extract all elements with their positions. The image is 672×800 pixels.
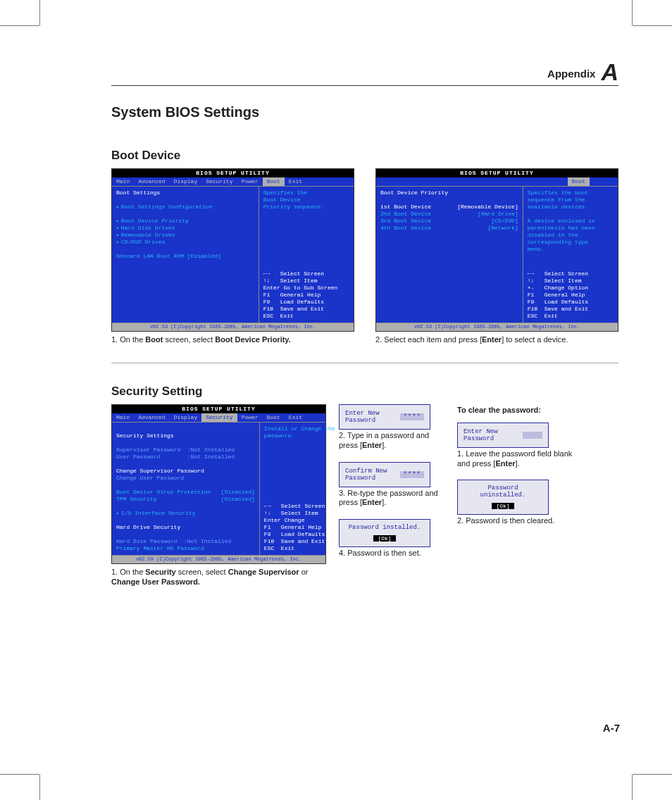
boot-item[interactable]: Hard Disk Drives xyxy=(116,225,254,232)
page-title: System BIOS Settings xyxy=(111,104,618,120)
step-caption: 2. Type in a password and press [Enter]. xyxy=(339,431,444,451)
menu-boot[interactable]: Boot xyxy=(263,177,285,186)
boot-order-row[interactable]: 4th Boot Device[Network] xyxy=(380,225,518,232)
panel-title: Boot Settings xyxy=(116,189,254,196)
menu-power[interactable]: Power xyxy=(237,177,263,186)
boot-caption-2: 2. Select each item and press [Enter] to… xyxy=(375,335,618,344)
appendix-letter: A xyxy=(601,60,618,84)
menu-main[interactable]: Main xyxy=(112,177,134,186)
boot-item[interactable]: Boot Device Priority xyxy=(116,218,254,225)
security-panel-body: Security Settings Supervisor Password :N… xyxy=(112,423,260,555)
password-field-empty[interactable] xyxy=(523,432,542,439)
page-number: A-7 xyxy=(603,722,620,734)
bios-title: BIOS SETUP UTILITY xyxy=(376,169,618,177)
menu-security[interactable]: Security xyxy=(201,413,237,422)
step-caption: 2. Password is then cleared. xyxy=(457,516,577,526)
bios-security-screen: BIOS SETUP UTILITY Main Advanced Display… xyxy=(111,404,326,564)
help-text: Specifies the Boot Device Priority seque… xyxy=(263,189,349,211)
boot-heading: Boot Device xyxy=(111,149,618,163)
enter-password-dialog: Enter New Password **** xyxy=(339,404,430,430)
boot-lan-rom[interactable]: Onboard LAN Boot ROM [Disabled] xyxy=(116,253,254,260)
panel-title: Boot Device Priority xyxy=(380,189,518,196)
bios-copyright: v02.59 (C)Copyright 1985-2005, American … xyxy=(112,556,325,563)
menu-boot[interactable]: Boot xyxy=(263,413,285,422)
menu-exit[interactable]: Exit xyxy=(285,177,306,186)
boot-order-row[interactable]: 2nd Boot Device[Hard Drive] xyxy=(380,211,518,218)
help-text: Specifies the boot sequence from the ava… xyxy=(528,189,614,253)
help-text: Install or Change the password. xyxy=(264,425,335,439)
dialog-label: Password uninstalled. xyxy=(463,485,542,499)
menu-display[interactable]: Display xyxy=(170,177,202,186)
password-field[interactable]: **** xyxy=(400,413,424,420)
bios-boot-screen-1: BIOS SETUP UTILITY Main Advanced Display… xyxy=(111,168,354,332)
key-hints: ←→ Select Screen ↑↓ Select Item Enter Ch… xyxy=(264,503,335,552)
step-caption: 4. Password is then set. xyxy=(339,549,444,558)
bios-copyright: v02.59 (C)Copyright 1985-2005, American … xyxy=(376,323,618,331)
step-caption: 1. Leave the password field blank and pr… xyxy=(457,449,577,469)
menu-advanced[interactable]: Advanced xyxy=(134,413,169,422)
boot-item[interactable]: CD/DVD Drives xyxy=(116,239,254,246)
menu-main[interactable]: Main xyxy=(112,413,134,422)
password-installed-dialog: Password installed. [Ok] xyxy=(339,519,430,547)
boot-order-row[interactable]: 1st Boot Device[Removable Device] xyxy=(380,204,518,211)
password-field[interactable]: **** xyxy=(400,471,424,478)
boot-caption-1: 1. On the Boot screen, select Boot Devic… xyxy=(111,335,354,344)
bios-menubar: Main Advanced Display Security Power Boo… xyxy=(112,177,354,186)
menu-advanced[interactable]: Advanced xyxy=(134,177,169,186)
bios-menubar: Boot xyxy=(376,177,618,186)
confirm-password-dialog: Confirm New Password **** xyxy=(339,462,430,487)
appendix-header: Appendix A xyxy=(111,60,618,86)
boot-item[interactable]: Boot Settings Configuration xyxy=(116,204,254,211)
clear-password-heading: To clear the password: xyxy=(457,406,541,414)
menu-power[interactable]: Power xyxy=(237,413,263,422)
password-uninstalled-dialog: Password uninstalled. [Ok] xyxy=(457,480,549,515)
dialog-label: Password installed. xyxy=(345,524,424,531)
menu-exit[interactable]: Exit xyxy=(285,413,306,422)
bios-title: BIOS SETUP UTILITY xyxy=(112,169,354,177)
appendix-label: Appendix xyxy=(547,68,595,84)
key-hints: ←→ Select Screen ↑↓ Select Item Enter Go… xyxy=(263,270,349,320)
bios-menubar: Main Advanced Display Security Power Boo… xyxy=(112,413,325,422)
bios-copyright: v02.59 (C)Copyright 1985-2005, American … xyxy=(112,323,354,331)
section-divider xyxy=(111,363,618,363)
bios-boot-screen-2: BIOS SETUP UTILITY Boot Boot Device Prio… xyxy=(375,168,618,332)
bios-title: BIOS SETUP UTILITY xyxy=(112,405,325,413)
change-supervisor-password[interactable]: Change Supervisor Password xyxy=(116,468,204,474)
dialog-label: Enter New Password xyxy=(463,428,523,442)
menu-security[interactable]: Security xyxy=(201,177,237,186)
key-hints: ←→ Select Screen ↑↓ Select Item +- Chang… xyxy=(528,270,614,320)
boot-item[interactable]: Removable Drives xyxy=(116,232,254,239)
security-caption-1: 1. On the Security screen, select Change… xyxy=(111,567,326,587)
boot-order-row[interactable]: 3rd Boot Device[CD/DVD] xyxy=(380,218,518,225)
dialog-label: Enter New Password xyxy=(345,410,400,424)
dialog-label: Confirm New Password xyxy=(345,468,400,482)
menu-display[interactable]: Display xyxy=(170,413,202,422)
security-heading: Security Setting xyxy=(111,385,618,399)
menu-boot[interactable]: Boot xyxy=(568,177,590,186)
ok-button[interactable]: [Ok] xyxy=(373,535,395,542)
enter-password-dialog-clear: Enter New Password xyxy=(457,423,549,448)
ok-button[interactable]: [Ok] xyxy=(492,503,514,509)
step-caption: 3. Re-type the password and press [Enter… xyxy=(339,489,444,508)
